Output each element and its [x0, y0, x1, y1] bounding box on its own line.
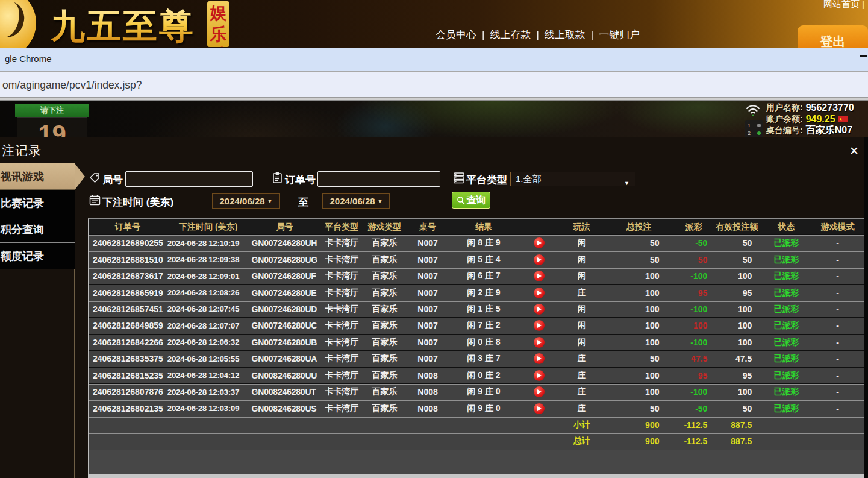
screen: 九五至尊 娱乐城 网站首页 | 会员中心|线上存款|线上取款|一键归户 登出 g… — [0, 0, 868, 478]
cell-mode: - — [811, 268, 864, 284]
flag-icon: ★ — [838, 116, 848, 122]
replay-button[interactable] — [534, 320, 545, 331]
logout-button[interactable]: 登出 — [798, 25, 868, 48]
sidebar-item[interactable]: 视讯游戏 — [0, 163, 75, 190]
cell-round: GN008246280UT — [249, 384, 320, 400]
replay-button[interactable] — [534, 304, 545, 315]
table-number-label: 桌台编号: — [766, 125, 803, 136]
cell-result — [450, 433, 517, 449]
table-row: 2406281268422662024-06-28 12:06:32GN0072… — [89, 335, 864, 351]
cell-play — [517, 433, 561, 449]
cell-mode — [811, 433, 864, 449]
round-id-input[interactable] — [125, 171, 253, 187]
cell-valid: 100 — [712, 335, 761, 350]
cell-valid: 95 — [712, 285, 761, 300]
sidebar-item[interactable]: 比赛记录 — [0, 190, 75, 216]
replay-button[interactable] — [534, 237, 545, 248]
nav-separator: | — [591, 29, 593, 40]
browser-titlebar[interactable]: gle Chrome — [0, 48, 868, 72]
cell-status: 已派彩 — [761, 235, 811, 251]
cell-round: GN007246280UA — [249, 351, 320, 366]
replay-button[interactable] — [534, 353, 545, 364]
cell-total: 900 — [603, 433, 675, 449]
account-panel: 用户名称: 956273770 账户余额: 949.25 ★ 桌台编号: 百家乐… — [766, 102, 854, 136]
cell-time: 2024-06-28 12:03:37 — [166, 384, 249, 400]
cell-round — [249, 417, 320, 433]
cell-valid: 100 — [712, 384, 761, 400]
cell-order: 240628126835375 — [89, 351, 166, 366]
cell-status: 状态 — [761, 219, 811, 234]
browser-urlbar[interactable]: om/agingame/pcv1/index.jsp? — [0, 72, 868, 97]
cell-status: 已派彩 — [761, 335, 811, 350]
cell-platform: 卡卡湾厅 — [320, 384, 363, 400]
sidebar-item[interactable]: 额度记录 — [0, 243, 75, 269]
order-id-input[interactable] — [317, 171, 440, 187]
modal-right-edge — [864, 137, 868, 478]
cell-valid: 887.5 — [712, 433, 761, 449]
cell-total: 总投注 — [603, 219, 675, 234]
user-name-value: 956273770 — [806, 102, 854, 113]
cell-play — [517, 285, 561, 300]
replay-button[interactable] — [534, 254, 545, 265]
modal-sidebar: 视讯游戏比赛记录积分查询额度记录 — [0, 163, 75, 269]
cell-mode: - — [811, 400, 864, 416]
cell-platform: 卡卡湾厅 — [320, 318, 363, 333]
replay-button[interactable] — [534, 386, 545, 397]
cell-play — [517, 219, 561, 234]
cell-mode: - — [811, 335, 864, 350]
cell-mode: 游戏模式 — [811, 219, 864, 234]
play-icon — [537, 340, 542, 345]
date-to-select[interactable]: 2024/06/28 ▼ — [322, 193, 390, 209]
home-link[interactable]: 网站首页 | — [823, 0, 864, 10]
play-icon — [537, 373, 542, 378]
countdown-timer: 19 — [17, 117, 87, 137]
cell-mode: - — [811, 384, 864, 400]
nav-item[interactable]: 线上取款 — [545, 29, 585, 40]
nav-item[interactable]: 一键归户 — [599, 29, 640, 40]
minimize-icon[interactable] — [860, 55, 867, 57]
cell-order: 240628126802135 — [89, 400, 166, 416]
cell-round: GN008246280UU — [249, 368, 320, 383]
cell-time — [166, 433, 249, 449]
replay-button[interactable] — [534, 403, 545, 414]
nav-item[interactable]: 会员中心 — [436, 29, 476, 40]
cell-time: 2024-06-28 12:07:45 — [166, 301, 249, 317]
cell-platform: 卡卡湾厅 — [320, 251, 363, 267]
cell-time: 下注时间 (美东) — [166, 219, 249, 234]
cell-payout: -100 — [675, 384, 712, 400]
replay-button[interactable] — [534, 271, 545, 281]
replay-button[interactable] — [534, 370, 545, 381]
marker-1: 1 — [748, 122, 751, 128]
table-number-value: 百家乐N07 — [806, 124, 852, 137]
cell-order: 240628126865919 — [89, 285, 166, 300]
cell-game: 百家乐 — [363, 335, 405, 350]
cell-tableNo: N008 — [405, 384, 450, 400]
cell-status: 已派彩 — [761, 351, 811, 366]
cell-payout: -50 — [675, 400, 712, 416]
sidebar-item[interactable]: 积分查询 — [0, 216, 75, 243]
cell-game: 百家乐 — [363, 285, 405, 300]
search-button-label: 查询 — [467, 194, 486, 207]
date-from-select[interactable]: 2024/06/28 ▼ — [212, 193, 280, 209]
search-button[interactable]: 查询 — [452, 192, 490, 209]
cell-mode: - — [811, 235, 864, 251]
cell-game: 百家乐 — [363, 268, 405, 284]
platform-type-select[interactable]: 1.全部 ▼ — [510, 172, 635, 186]
url-text[interactable]: om/agingame/pcv1/index.jsp? — [2, 79, 142, 92]
cell-game — [363, 433, 405, 449]
nav-item[interactable]: 线上存款 — [490, 29, 531, 40]
cell-time: 2024-06-28 12:08:26 — [166, 285, 249, 300]
cell-valid: 95 — [712, 368, 761, 383]
cell-mode: - — [811, 351, 864, 366]
replay-button[interactable] — [534, 337, 545, 348]
replay-button[interactable] — [534, 288, 545, 298]
site-logo[interactable]: 九五至尊 — [51, 4, 195, 50]
cell-play — [517, 301, 561, 317]
cell-time — [166, 417, 249, 433]
cell-play — [517, 417, 561, 433]
table-row: 2406281268078762024-06-28 12:03:37GN0082… — [89, 384, 864, 400]
browser-window-title: gle Chrome — [5, 54, 52, 64]
cell-payout: -100 — [675, 268, 712, 284]
close-icon[interactable]: ✕ — [849, 144, 859, 158]
cell-time: 2024-06-28 12:04:12 — [166, 368, 249, 383]
